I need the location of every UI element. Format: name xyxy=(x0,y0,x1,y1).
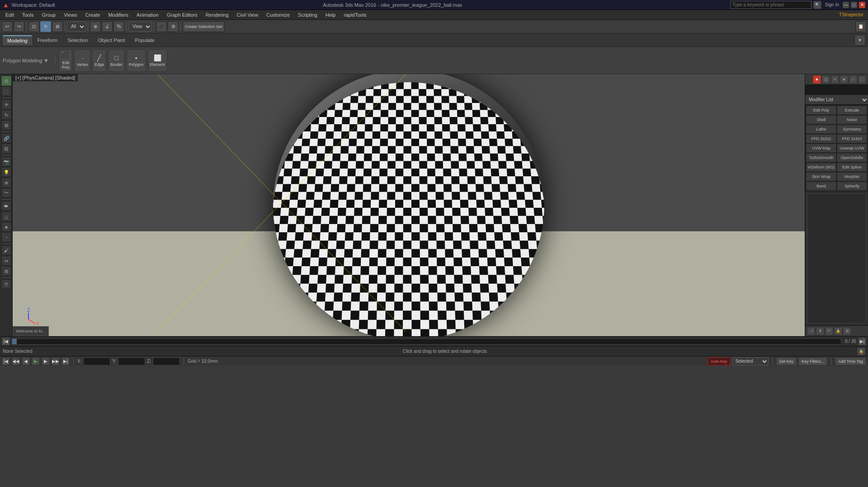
space-warp-tool[interactable]: 〜 xyxy=(1,188,11,198)
modifier-extrude[interactable]: Extrude xyxy=(837,106,867,115)
snap-3d-btn[interactable]: ⊕ xyxy=(90,21,101,32)
menu-views[interactable]: Views xyxy=(60,11,80,19)
compound-tool[interactable]: ◈ xyxy=(1,222,11,232)
panel-nav-4[interactable]: 🔒 xyxy=(834,327,842,335)
poly-btn[interactable]: ▪Polygon xyxy=(127,49,146,72)
paint-tool[interactable]: 🖌 xyxy=(1,245,11,255)
ribbon-tab-freeform[interactable]: Freeform xyxy=(33,36,62,45)
panel-icon-6[interactable]: ⬚ xyxy=(858,75,866,84)
modifier-indeform[interactable]: InDeform (WS) xyxy=(806,163,836,172)
modifier-turbosmooth[interactable]: TurboSmooth xyxy=(806,153,836,162)
menu-customize[interactable]: Customize xyxy=(263,11,293,19)
search-input[interactable] xyxy=(730,1,811,9)
add-time-tag-btn[interactable]: Add Time Tag xyxy=(835,357,866,365)
minimize-btn[interactable]: — xyxy=(843,2,849,8)
light-tool[interactable]: 💡 xyxy=(1,167,11,177)
timeline-end-btn[interactable]: ▶| xyxy=(858,337,866,346)
modifier-morpher[interactable]: Morpher xyxy=(837,172,867,181)
select-tool[interactable]: ⊡ xyxy=(1,76,11,86)
percent-snap-btn[interactable]: % xyxy=(113,21,124,32)
modifier-spherify[interactable]: Spherify xyxy=(837,182,867,191)
go-end-btn[interactable]: ▶| xyxy=(61,357,70,365)
modifier-search-input[interactable] xyxy=(805,85,868,95)
prev-key-btn[interactable]: ◀◀ xyxy=(12,357,20,365)
ribbon-tab-modeling[interactable]: Modeling xyxy=(3,35,32,45)
angle-snap-btn[interactable]: ∠ xyxy=(102,21,113,32)
render-btn[interactable]: ⬛ xyxy=(156,21,167,32)
move-tool[interactable]: ✛ xyxy=(1,99,11,109)
menu-group[interactable]: Group xyxy=(38,11,60,19)
modifier-bend[interactable]: Bend xyxy=(806,182,836,191)
z-input[interactable] xyxy=(153,357,180,365)
x-input[interactable] xyxy=(83,357,110,365)
create-selection-btn[interactable]: Create Selection Set xyxy=(183,21,225,32)
menu-edit[interactable]: Edit xyxy=(2,11,18,19)
named-sel-btn[interactable]: 📋 xyxy=(855,21,866,32)
timeline-start-btn[interactable]: |◀ xyxy=(2,337,10,346)
panel-nav-5[interactable]: ⊞ xyxy=(843,327,851,335)
scale-btn[interactable]: ⊞ xyxy=(52,21,63,32)
key-filters-btn[interactable]: Key Filters... xyxy=(798,357,827,365)
prev-frame-btn[interactable]: ◀ xyxy=(22,357,30,365)
ribbon-config-btn[interactable]: ▼ xyxy=(854,35,865,46)
y-input[interactable] xyxy=(118,357,145,365)
modifier-edit-poly[interactable]: Edit Poly xyxy=(806,106,836,115)
shapes-tool[interactable]: ⬬ xyxy=(1,201,11,211)
modifier-noise[interactable]: Noise xyxy=(837,115,867,124)
close-btn[interactable]: ✕ xyxy=(859,2,865,8)
modifier-ffd-2x2x2[interactable]: FFD 2x2x2 xyxy=(806,134,836,143)
timeline-tool[interactable]: ⏱ xyxy=(1,279,11,289)
menu-scripting[interactable]: Scripting xyxy=(294,11,321,19)
next-key-btn[interactable]: ▶▶ xyxy=(52,357,60,365)
modifier-lathe[interactable]: Lathe xyxy=(806,125,836,134)
particle-tool[interactable]: ⁘ xyxy=(1,232,11,242)
modifier-opensubdiv[interactable]: OpenSubdiv xyxy=(837,153,867,162)
menu-help[interactable]: Help xyxy=(322,11,340,19)
modifier-skin-wrap[interactable]: Skin Wrap xyxy=(806,172,836,181)
viewport[interactable]: [+] [PhysCamera] [Shaded] Z X Welcome xyxy=(13,74,805,336)
modifier-list-dropdown[interactable]: Modifier List xyxy=(805,95,868,105)
menu-civil-view[interactable]: Civil View xyxy=(233,11,262,19)
panel-nav-2[interactable]: ⏸ xyxy=(816,327,824,335)
vertex-btn[interactable]: ·Vertex xyxy=(74,49,90,72)
unlink-tool[interactable]: ⛓ xyxy=(1,144,11,154)
go-start-btn[interactable]: |◀ xyxy=(2,357,10,365)
menu-rapid-tools[interactable]: rapidTools xyxy=(340,11,370,19)
render-setup-btn[interactable]: ⚙ xyxy=(168,21,179,32)
array-tool[interactable]: ⊞ xyxy=(1,266,11,276)
modifier-symmetry[interactable]: Symmetry xyxy=(837,125,867,134)
menu-rendering[interactable]: Rendering xyxy=(202,11,232,19)
menu-graph-editors[interactable]: Graph Editors xyxy=(163,11,201,19)
selected-dropdown[interactable]: Selected xyxy=(732,357,769,365)
select-region-tool[interactable]: ⬚ xyxy=(1,86,11,96)
menu-animation[interactable]: Animation xyxy=(133,11,162,19)
rotate-tool[interactable]: ↻ xyxy=(1,110,11,120)
panel-icon-1[interactable]: ■ xyxy=(813,75,821,84)
element-btn[interactable]: ⬜Element xyxy=(148,49,167,72)
panel-icon-2[interactable]: ◫ xyxy=(822,75,830,84)
timeline-slider[interactable] xyxy=(12,338,841,345)
panel-nav-3[interactable]: ⊢ xyxy=(825,327,833,335)
modifier-edit-spline[interactable]: Edit Spline xyxy=(837,163,867,172)
scale-tool[interactable]: ⊞ xyxy=(1,120,11,130)
ribbon-tab-selection[interactable]: Selection xyxy=(63,36,92,45)
panel-nav-1[interactable]: ⊣ xyxy=(807,327,815,335)
modifier-ffd-3x3x3[interactable]: FFD 3x3x3 xyxy=(837,134,867,143)
sign-in-btn[interactable]: Sign In xyxy=(825,2,839,7)
menu-tools[interactable]: Tools xyxy=(19,11,38,19)
helper-tool[interactable]: ⊕ xyxy=(1,178,11,187)
panel-icon-4[interactable]: ◈ xyxy=(840,75,848,84)
select-filter-dropdown[interactable]: All xyxy=(67,22,86,32)
auto-key-btn[interactable]: Auto Key xyxy=(708,357,731,365)
view-dropdown[interactable]: View xyxy=(128,22,152,32)
ribbon-tab-object-paint[interactable]: Object Paint xyxy=(94,36,130,45)
redo-btn[interactable]: ↪ xyxy=(14,21,24,32)
select-btn[interactable]: ⊡ xyxy=(28,21,39,32)
panel-icon-5[interactable]: ○ xyxy=(849,75,857,84)
border-btn[interactable]: □Border xyxy=(108,49,125,72)
maximize-btn[interactable]: □ xyxy=(851,2,857,8)
edit-poly-btn[interactable]: ⬛EditPoly xyxy=(59,49,72,72)
lock-selection-btn[interactable]: 🔒 xyxy=(857,347,865,356)
menu-modifiers[interactable]: Modifiers xyxy=(104,11,132,19)
select-rotate-btn[interactable]: ↻ xyxy=(40,21,51,32)
